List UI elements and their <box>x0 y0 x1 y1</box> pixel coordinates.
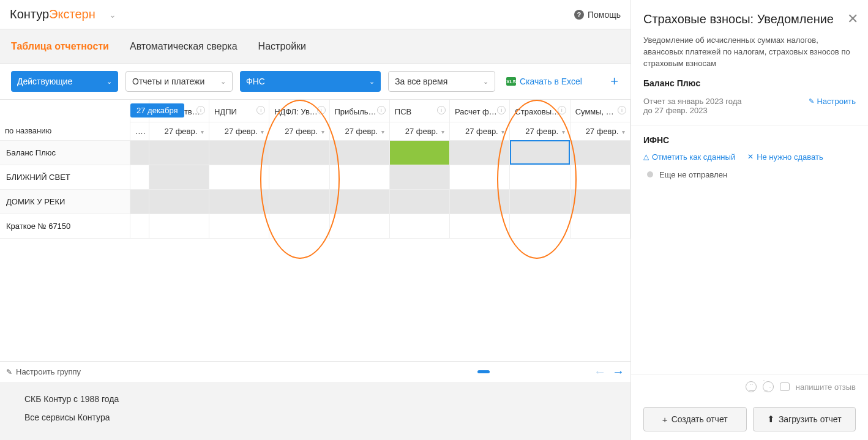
date-subheader[interactable]: 27 февр. ▾ <box>209 122 269 140</box>
horizontal-scrollbar[interactable] <box>477 370 490 373</box>
logo-part-2: Экстерн <box>49 7 95 21</box>
cell[interactable] <box>209 165 269 189</box>
cell[interactable] <box>570 140 630 165</box>
cell[interactable] <box>269 140 329 165</box>
cell[interactable] <box>269 165 329 189</box>
mark-submitted-link[interactable]: △ Отметить как сданный <box>643 152 735 162</box>
footer-line-2[interactable]: Все сервисы Контура <box>24 412 606 422</box>
cell[interactable] <box>149 165 209 189</box>
cell[interactable] <box>329 189 389 214</box>
name-header[interactable]: по названию <box>0 100 130 140</box>
authority-select[interactable]: ФНС⌄ <box>240 71 381 92</box>
cell-selected[interactable] <box>510 140 570 165</box>
cell[interactable] <box>389 214 449 238</box>
org-name[interactable]: Краткое № 67150 <box>0 214 130 238</box>
service-switch-icon[interactable]: ⌄ <box>109 10 116 20</box>
org-name[interactable]: ДОМИК У РЕКИ <box>0 189 130 214</box>
cell[interactable] <box>389 165 449 189</box>
panel-description: Уведомление об исчисленных суммах налого… <box>631 32 868 76</box>
col-header[interactable]: Прибыль…i <box>329 100 389 122</box>
cell[interactable] <box>149 214 209 238</box>
date-badge: 27 декабря <box>130 103 184 117</box>
date-subheader[interactable]: 27 февр. ▾ <box>510 122 570 140</box>
feedback-hint[interactable]: напишите отзыв <box>796 382 856 392</box>
cell[interactable] <box>209 189 269 214</box>
tab-settings[interactable]: Настройки <box>258 41 306 52</box>
help-link[interactable]: ? Помощь <box>574 10 621 20</box>
arrow-right-icon[interactable]: → <box>612 365 624 379</box>
cell[interactable] <box>329 165 389 189</box>
grid: 27 декабря по названию Имуществ…i НДПИi … <box>0 100 630 361</box>
no-need-link[interactable]: ✕ Не нужно сдавать <box>747 152 823 162</box>
cell[interactable] <box>570 165 630 189</box>
col-header[interactable]: ПСВi <box>389 100 449 122</box>
download-excel-label: Скачать в Excel <box>520 76 582 86</box>
date-subheader[interactable]: 27 февр. ▾ <box>269 122 329 140</box>
date-subheader[interactable]: 27 февр. ▾ <box>389 122 449 140</box>
info-icon[interactable]: i <box>196 106 205 114</box>
chevron-down-icon: ⌄ <box>369 78 375 86</box>
cell[interactable] <box>450 165 510 189</box>
authority-select-label: ФНС <box>246 76 265 86</box>
cell[interactable] <box>209 140 269 165</box>
col-header[interactable]: Суммы, …i <box>570 100 630 122</box>
type-select[interactable]: Отчеты и платежи⌄ <box>125 71 233 92</box>
configure-group-link[interactable]: Настроить группу <box>16 367 81 376</box>
cell[interactable] <box>149 189 209 214</box>
create-report-button[interactable]: + Создать отчет <box>643 407 747 431</box>
info-icon[interactable]: i <box>558 106 566 114</box>
col-header[interactable]: НДПИi <box>209 100 269 122</box>
cell[interactable] <box>209 214 269 238</box>
info-icon[interactable]: i <box>497 106 506 114</box>
period-select[interactable]: За все время⌄ <box>388 71 495 92</box>
download-excel-link[interactable]: XLS Скачать в Excel <box>506 76 582 86</box>
tab-reporting[interactable]: Таблица отчетности <box>11 41 109 52</box>
cell[interactable] <box>570 189 630 214</box>
col-header[interactable]: НДФЛ: Ув…i <box>269 100 329 122</box>
tab-reconcile[interactable]: Автоматическая сверка <box>130 41 238 52</box>
cell[interactable] <box>329 140 389 165</box>
cell[interactable] <box>130 214 149 238</box>
cell[interactable] <box>269 214 329 238</box>
comment-icon[interactable] <box>780 382 790 391</box>
smile-icon[interactable]: ˙͜˙ <box>746 381 757 392</box>
date-subheader[interactable]: . ▾ <box>130 122 149 140</box>
info-icon[interactable]: i <box>437 106 446 114</box>
info-icon[interactable]: i <box>377 106 386 114</box>
cell[interactable] <box>570 214 630 238</box>
cell[interactable] <box>130 140 149 165</box>
info-icon[interactable]: i <box>256 106 265 114</box>
cell[interactable] <box>510 214 570 238</box>
cell[interactable] <box>130 189 149 214</box>
col-header[interactable]: Страховы…i <box>510 100 570 122</box>
cell[interactable] <box>269 189 329 214</box>
cell[interactable] <box>450 214 510 238</box>
cell[interactable] <box>510 189 570 214</box>
date-subheader[interactable]: 27 февр. ▾ <box>329 122 389 140</box>
configure-link[interactable]: ✎ Настроить <box>809 97 856 106</box>
org-name[interactable]: БЛИЖНИЙ СВЕТ <box>0 165 130 189</box>
date-subheader[interactable]: 27 февр. ▾ <box>450 122 510 140</box>
cell[interactable] <box>329 214 389 238</box>
date-subheader[interactable]: 27 февр. ▾ <box>570 122 630 140</box>
cell[interactable] <box>130 165 149 189</box>
add-button[interactable]: + <box>610 73 619 89</box>
topbar: КонтурЭкстерн ⌄ ? Помощь <box>0 0 630 29</box>
date-subheader[interactable]: 27 февр. ▾ <box>149 122 209 140</box>
cell[interactable] <box>389 140 449 165</box>
cell[interactable] <box>450 189 510 214</box>
arrow-left-icon[interactable]: ← <box>594 365 606 379</box>
col-header[interactable]: Расчет ф…i <box>450 100 510 122</box>
cell[interactable] <box>149 140 209 165</box>
upload-report-button[interactable]: ⬆ Загрузить отчет <box>753 407 856 431</box>
status-select[interactable]: Действующие⌄ <box>11 71 118 92</box>
info-icon[interactable]: i <box>317 106 326 114</box>
footer: СКБ Контур с 1988 года Все сервисы Конту… <box>0 382 630 440</box>
cell[interactable] <box>389 189 449 214</box>
info-icon[interactable]: i <box>618 106 626 114</box>
close-icon[interactable]: ✕ <box>847 11 858 27</box>
cell[interactable] <box>450 140 510 165</box>
org-name[interactable]: Баланс Плюс <box>0 140 130 165</box>
sad-icon[interactable]: ˙︵˙ <box>763 381 774 392</box>
cell[interactable] <box>510 165 570 189</box>
